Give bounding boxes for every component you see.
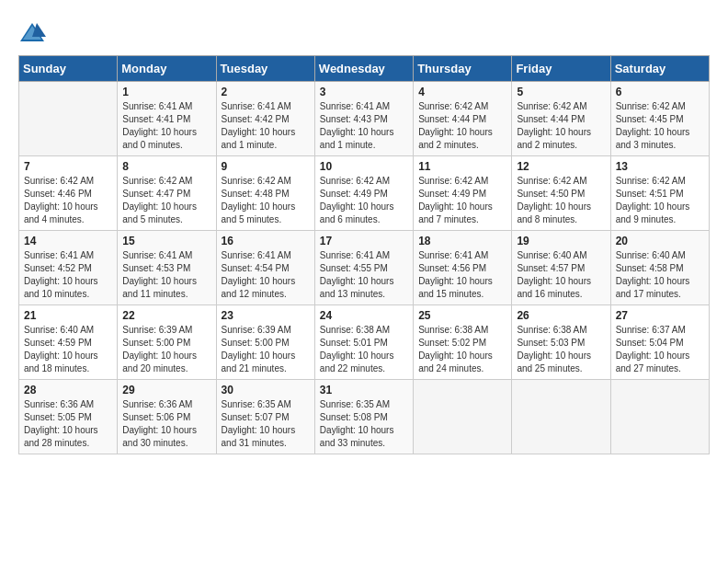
table-row: 2Sunrise: 6:41 AM Sunset: 4:42 PM Daylig…: [216, 82, 314, 156]
day-header-monday: Monday: [118, 56, 216, 82]
week-row-3: 14Sunrise: 6:41 AM Sunset: 4:52 PM Dayli…: [19, 231, 710, 305]
table-row: [19, 82, 118, 156]
calendar-body: 1Sunrise: 6:41 AM Sunset: 4:41 PM Daylig…: [19, 82, 710, 454]
table-row: 16Sunrise: 6:41 AM Sunset: 4:54 PM Dayli…: [216, 231, 314, 305]
day-info: Sunrise: 6:38 AM Sunset: 5:01 PM Dayligh…: [320, 324, 408, 375]
day-info: Sunrise: 6:40 AM Sunset: 4:57 PM Dayligh…: [517, 249, 605, 301]
day-info: Sunrise: 6:42 AM Sunset: 4:49 PM Dayligh…: [320, 175, 408, 226]
day-info: Sunrise: 6:36 AM Sunset: 5:06 PM Dayligh…: [122, 398, 210, 450]
day-info: Sunrise: 6:42 AM Sunset: 4:47 PM Dayligh…: [122, 175, 210, 226]
day-number: 17: [320, 235, 408, 247]
table-row: 13Sunrise: 6:42 AM Sunset: 4:51 PM Dayli…: [610, 156, 709, 231]
table-row: [512, 380, 610, 454]
day-number: 20: [616, 235, 704, 247]
table-row: 29Sunrise: 6:36 AM Sunset: 5:06 PM Dayli…: [118, 380, 216, 454]
day-info: Sunrise: 6:42 AM Sunset: 4:48 PM Dayligh…: [222, 175, 310, 226]
logo: [18, 18, 50, 46]
day-info: Sunrise: 6:35 AM Sunset: 5:08 PM Dayligh…: [320, 398, 408, 450]
table-row: 28Sunrise: 6:36 AM Sunset: 5:05 PM Dayli…: [19, 380, 118, 454]
day-number: 24: [320, 309, 408, 322]
table-row: 25Sunrise: 6:38 AM Sunset: 5:02 PM Dayli…: [414, 305, 512, 380]
day-number: 22: [122, 309, 210, 322]
day-number: 9: [222, 160, 310, 173]
day-info: Sunrise: 6:40 AM Sunset: 4:59 PM Dayligh…: [24, 324, 112, 375]
day-header-wednesday: Wednesday: [314, 56, 413, 82]
day-number: 28: [24, 384, 112, 396]
day-number: 4: [418, 86, 506, 98]
day-number: 19: [517, 235, 605, 247]
table-row: 10Sunrise: 6:42 AM Sunset: 4:49 PM Dayli…: [314, 156, 413, 231]
day-info: Sunrise: 6:42 AM Sunset: 4:44 PM Dayligh…: [517, 100, 605, 152]
week-row-5: 28Sunrise: 6:36 AM Sunset: 5:05 PM Dayli…: [19, 380, 710, 454]
day-number: 21: [24, 309, 112, 322]
day-info: Sunrise: 6:41 AM Sunset: 4:52 PM Dayligh…: [24, 249, 112, 301]
table-row: 23Sunrise: 6:39 AM Sunset: 5:00 PM Dayli…: [216, 305, 314, 380]
day-header-sunday: Sunday: [19, 56, 118, 82]
day-info: Sunrise: 6:39 AM Sunset: 5:00 PM Dayligh…: [122, 324, 210, 375]
day-number: 27: [616, 309, 704, 322]
table-row: 18Sunrise: 6:41 AM Sunset: 4:56 PM Dayli…: [414, 231, 512, 305]
day-number: 1: [122, 86, 210, 98]
table-row: [610, 380, 709, 454]
day-info: Sunrise: 6:38 AM Sunset: 5:02 PM Dayligh…: [418, 324, 506, 375]
day-number: 15: [122, 235, 210, 247]
table-row: 6Sunrise: 6:42 AM Sunset: 4:45 PM Daylig…: [610, 82, 709, 156]
day-number: 16: [222, 235, 310, 247]
day-info: Sunrise: 6:35 AM Sunset: 5:07 PM Dayligh…: [222, 398, 310, 450]
day-info: Sunrise: 6:42 AM Sunset: 4:44 PM Dayligh…: [418, 100, 506, 152]
day-info: Sunrise: 6:42 AM Sunset: 4:51 PM Dayligh…: [616, 175, 704, 226]
table-row: 19Sunrise: 6:40 AM Sunset: 4:57 PM Dayli…: [512, 231, 610, 305]
day-header-tuesday: Tuesday: [216, 56, 314, 82]
table-row: 7Sunrise: 6:42 AM Sunset: 4:46 PM Daylig…: [19, 156, 118, 231]
table-row: 15Sunrise: 6:41 AM Sunset: 4:53 PM Dayli…: [118, 231, 216, 305]
day-number: 6: [616, 86, 704, 98]
day-info: Sunrise: 6:37 AM Sunset: 5:04 PM Dayligh…: [616, 324, 704, 375]
table-row: 5Sunrise: 6:42 AM Sunset: 4:44 PM Daylig…: [512, 82, 610, 156]
day-number: 25: [418, 309, 506, 322]
week-row-4: 21Sunrise: 6:40 AM Sunset: 4:59 PM Dayli…: [19, 305, 710, 380]
day-info: Sunrise: 6:39 AM Sunset: 5:00 PM Dayligh…: [222, 324, 310, 375]
table-row: 30Sunrise: 6:35 AM Sunset: 5:07 PM Dayli…: [216, 380, 314, 454]
day-number: 2: [222, 86, 310, 98]
day-number: 3: [320, 86, 408, 98]
calendar-table: SundayMondayTuesdayWednesdayThursdayFrid…: [18, 55, 710, 454]
day-number: 7: [24, 160, 112, 173]
day-number: 8: [122, 160, 210, 173]
day-info: Sunrise: 6:41 AM Sunset: 4:41 PM Dayligh…: [122, 100, 210, 152]
day-header-friday: Friday: [512, 56, 610, 82]
day-number: 30: [222, 384, 310, 396]
table-row: 27Sunrise: 6:37 AM Sunset: 5:04 PM Dayli…: [610, 305, 709, 380]
table-row: 14Sunrise: 6:41 AM Sunset: 4:52 PM Dayli…: [19, 231, 118, 305]
day-number: 29: [122, 384, 210, 396]
table-row: 17Sunrise: 6:41 AM Sunset: 4:55 PM Dayli…: [314, 231, 413, 305]
calendar-header: SundayMondayTuesdayWednesdayThursdayFrid…: [19, 56, 710, 82]
days-of-week-row: SundayMondayTuesdayWednesdayThursdayFrid…: [19, 56, 710, 82]
day-info: Sunrise: 6:42 AM Sunset: 4:45 PM Dayligh…: [616, 100, 704, 152]
day-info: Sunrise: 6:41 AM Sunset: 4:53 PM Dayligh…: [122, 249, 210, 301]
day-info: Sunrise: 6:42 AM Sunset: 4:50 PM Dayligh…: [517, 175, 605, 226]
table-row: 4Sunrise: 6:42 AM Sunset: 4:44 PM Daylig…: [414, 82, 512, 156]
day-info: Sunrise: 6:41 AM Sunset: 4:43 PM Dayligh…: [320, 100, 408, 152]
week-row-1: 1Sunrise: 6:41 AM Sunset: 4:41 PM Daylig…: [19, 82, 710, 156]
day-info: Sunrise: 6:38 AM Sunset: 5:03 PM Dayligh…: [517, 324, 605, 375]
table-row: 1Sunrise: 6:41 AM Sunset: 4:41 PM Daylig…: [118, 82, 216, 156]
table-row: 21Sunrise: 6:40 AM Sunset: 4:59 PM Dayli…: [19, 305, 118, 380]
day-number: 12: [517, 160, 605, 173]
logo-icon: [18, 18, 46, 46]
page-header: [18, 18, 710, 46]
day-header-saturday: Saturday: [610, 56, 709, 82]
table-row: 3Sunrise: 6:41 AM Sunset: 4:43 PM Daylig…: [314, 82, 413, 156]
table-row: 26Sunrise: 6:38 AM Sunset: 5:03 PM Dayli…: [512, 305, 610, 380]
table-row: 20Sunrise: 6:40 AM Sunset: 4:58 PM Dayli…: [610, 231, 709, 305]
day-info: Sunrise: 6:42 AM Sunset: 4:46 PM Dayligh…: [24, 175, 112, 226]
day-number: 18: [418, 235, 506, 247]
day-number: 14: [24, 235, 112, 247]
day-header-thursday: Thursday: [414, 56, 512, 82]
day-number: 5: [517, 86, 605, 98]
day-number: 10: [320, 160, 408, 173]
table-row: 9Sunrise: 6:42 AM Sunset: 4:48 PM Daylig…: [216, 156, 314, 231]
day-info: Sunrise: 6:41 AM Sunset: 4:56 PM Dayligh…: [418, 249, 506, 301]
week-row-2: 7Sunrise: 6:42 AM Sunset: 4:46 PM Daylig…: [19, 156, 710, 231]
day-number: 11: [418, 160, 506, 173]
day-number: 26: [517, 309, 605, 322]
